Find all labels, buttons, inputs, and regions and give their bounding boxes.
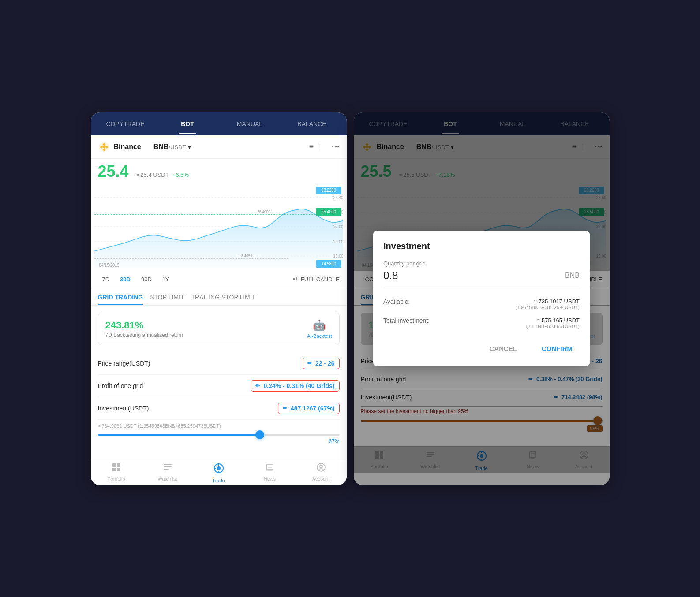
left-screen: COPYTRADE BOT MANUAL BALANCE Binance BNB bbox=[91, 112, 347, 485]
svg-point-43 bbox=[320, 465, 322, 468]
modal-cancel-btn[interactable]: CANCEL bbox=[483, 341, 524, 356]
price-range-label-left: Price range(USDT) bbox=[98, 360, 303, 367]
header-left: Binance BNB /USDT ▼ ≡ | 〜 bbox=[91, 135, 347, 159]
time-1y-left[interactable]: 1Y bbox=[158, 274, 174, 284]
price-area-left: 25.4 ≈ 25.4 USDT +6.5% bbox=[91, 159, 347, 183]
svg-rect-25 bbox=[296, 277, 297, 280]
svg-text:28.2200: 28.2200 bbox=[321, 187, 336, 192]
portfolio-label-left: Portfolio bbox=[107, 476, 125, 481]
tab-grid-trading[interactable]: GRID TRADING bbox=[98, 294, 143, 305]
price-range-value-left[interactable]: ✏ 22 - 26 bbox=[303, 358, 340, 369]
backtest-card-left: 243.81% 7D Backtesting annualized return… bbox=[98, 313, 340, 345]
chart-left: 25.4000 24.0000 22.0000 20.0000 18.0000 … bbox=[91, 183, 347, 271]
ai-icon-left: 🤖 bbox=[313, 319, 326, 332]
modal-available-sub: (1.9545BNB+685.2594USDT) bbox=[515, 305, 580, 310]
svg-text:14.5800: 14.5800 bbox=[321, 261, 336, 266]
full-candle-btn-left[interactable]: FULL CANDLE bbox=[293, 276, 340, 283]
right-screen: COPYTRADE BOT MANUAL BALANCE Binance bbox=[354, 112, 610, 485]
bottom-watchlist-left[interactable]: Watchlist bbox=[142, 463, 193, 483]
bottom-account-left[interactable]: Account bbox=[296, 463, 347, 483]
edit-icon-profit: ✏ bbox=[255, 383, 260, 389]
menu-icon-left[interactable]: ≡ bbox=[309, 142, 314, 151]
svg-text:04/15/2019: 04/15/2019 bbox=[99, 262, 119, 267]
investment-value-left[interactable]: ✏ 487.1267 (67%) bbox=[278, 403, 340, 414]
slider-label-left: 67% bbox=[98, 438, 340, 444]
svg-rect-28 bbox=[112, 463, 116, 467]
nav-manual-left[interactable]: MANUAL bbox=[219, 113, 281, 134]
trade-label-left: Trade bbox=[212, 478, 225, 483]
svg-point-36 bbox=[217, 466, 221, 470]
modal-total-value: ≈ 575.165 USDT bbox=[526, 317, 580, 324]
svg-text:25.4000: 25.4000 bbox=[321, 209, 336, 214]
bottom-news-left[interactable]: News bbox=[244, 463, 296, 483]
modal-qty-value[interactable]: 0.8 bbox=[383, 269, 565, 282]
svg-text:20.0000: 20.0000 bbox=[333, 239, 343, 244]
trading-tabs-left: GRID TRADING STOP LIMIT TRAILING STOP LI… bbox=[91, 288, 347, 306]
investment-text: 487.1267 (67%) bbox=[291, 405, 335, 412]
modal-actions: CANCEL CONFIRM bbox=[383, 341, 580, 356]
modal-title: Investment bbox=[383, 241, 580, 251]
investment-row-left: Investment(USDT) ✏ 487.1267 (67%) bbox=[98, 397, 340, 420]
profit-grid-value-left[interactable]: ✏ 0.24% - 0.31% (40 Grids) bbox=[251, 380, 339, 392]
modal-qty-unit: BNB bbox=[565, 272, 580, 280]
time-90d-left[interactable]: 90D bbox=[137, 274, 156, 284]
modal-available-label: Available: bbox=[383, 298, 410, 310]
available-balance-left: ≈ 734.9062 USDT (1.95459848BNB+685.25947… bbox=[98, 420, 340, 430]
ai-label-left: AI-Backtest bbox=[307, 333, 332, 339]
chart-icon-left[interactable]: 〜 bbox=[332, 142, 340, 152]
svg-text:25.4000: 25.4000 bbox=[333, 195, 343, 200]
modal-qty-label: Quantity per grid bbox=[383, 260, 580, 267]
modal-total-label: Total investment: bbox=[383, 317, 430, 329]
time-7d-left[interactable]: 7D bbox=[98, 274, 114, 284]
svg-rect-32 bbox=[164, 464, 172, 465]
tab-stop-limit[interactable]: STOP LIMIT bbox=[150, 294, 184, 305]
backtest-return-left: 243.81% bbox=[105, 320, 183, 331]
modal-available-row: Available: ≈ 735.1017 USDT (1.9545BNB+68… bbox=[383, 295, 580, 313]
exchange-name-left: Binance bbox=[114, 143, 141, 151]
account-icon-left bbox=[316, 463, 326, 474]
svg-rect-31 bbox=[117, 468, 120, 471]
slider-left[interactable]: 67% bbox=[98, 430, 340, 451]
modal-available-value: ≈ 735.1017 USDT bbox=[515, 298, 580, 305]
full-candle-label: FULL CANDLE bbox=[301, 276, 340, 283]
price-range-text: 22 - 26 bbox=[315, 360, 335, 367]
svg-text:18.0000: 18.0000 bbox=[333, 254, 343, 258]
profit-grid-label-left: Profit of one grid bbox=[98, 382, 251, 389]
profit-grid-row-left: Profit of one grid ✏ 0.24% - 0.31% (40 G… bbox=[98, 375, 340, 397]
news-label-left: News bbox=[264, 476, 276, 481]
watchlist-icon-left bbox=[163, 463, 172, 474]
news-icon-left bbox=[265, 463, 275, 474]
time-selector-left: 7D 30D 90D 1Y FULL CANDLE bbox=[91, 271, 347, 288]
svg-text:18.4659 ----: 18.4659 ---- bbox=[239, 253, 258, 257]
time-30d-left[interactable]: 30D bbox=[116, 274, 135, 284]
current-price-left: 25.4 bbox=[98, 162, 129, 181]
portfolio-icon-left bbox=[112, 463, 121, 474]
modal-overlay: Investment Quantity per grid 0.8 BNB Ava… bbox=[354, 112, 610, 485]
nav-copytrade-left[interactable]: COPYTRADE bbox=[94, 113, 157, 134]
profit-grid-text: 0.24% - 0.31% (40 Grids) bbox=[263, 382, 334, 389]
watchlist-label-left: Watchlist bbox=[157, 476, 177, 481]
modal-confirm-btn[interactable]: CONFIRM bbox=[535, 341, 580, 356]
slider-thumb-left[interactable] bbox=[255, 430, 264, 439]
svg-rect-34 bbox=[164, 469, 169, 470]
nav-bot-left[interactable]: BOT bbox=[157, 113, 219, 134]
tab-trailing-stop[interactable]: TRAILING STOP LIMIT bbox=[191, 294, 255, 305]
price-range-row-left: Price range(USDT) ✏ 22 - 26 bbox=[98, 352, 340, 375]
pair-selector-left[interactable]: BNB /USDT ▼ bbox=[150, 143, 192, 151]
account-label-left: Account bbox=[312, 476, 330, 481]
binance-logo-left bbox=[98, 141, 110, 153]
edit-icon-invest: ✏ bbox=[283, 405, 287, 411]
nav-balance-left[interactable]: BALANCE bbox=[281, 113, 343, 134]
svg-rect-22 bbox=[293, 278, 295, 280]
ai-backtest-btn-left[interactable]: 🤖 AI-Backtest bbox=[307, 319, 332, 339]
bottom-portfolio-left[interactable]: Portfolio bbox=[91, 463, 142, 483]
bot-content-left: 243.81% 7D Backtesting annualized return… bbox=[91, 306, 347, 459]
modal-total-sub: (2.8BNB+503.661USDT) bbox=[526, 324, 580, 329]
investment-label-left: Investment(USDT) bbox=[98, 405, 278, 412]
slider-fill-left bbox=[98, 434, 260, 436]
modal-qty-row: 0.8 BNB bbox=[383, 269, 580, 287]
top-nav-left: COPYTRADE BOT MANUAL BALANCE bbox=[91, 112, 347, 135]
bottom-trade-left[interactable]: Trade bbox=[193, 463, 244, 483]
svg-rect-29 bbox=[117, 463, 120, 467]
svg-rect-33 bbox=[164, 466, 172, 467]
